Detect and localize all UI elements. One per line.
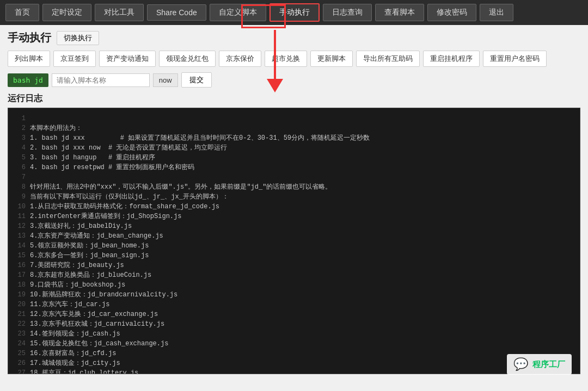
nav-custom[interactable]: 自定义脚本 xyxy=(210,4,266,21)
action-list-scripts[interactable]: 列出脚本 xyxy=(8,51,50,67)
line-number: 6 xyxy=(13,163,26,172)
nav-changepwd[interactable]: 修改密码 xyxy=(427,4,476,21)
nav-logout[interactable]: 退出 xyxy=(480,4,513,21)
title-row: 手动执行 切换执行 xyxy=(8,30,580,45)
line-content: 1. bash jd xxx # 如果设置了随机延迟并且当时时间不在0-2、30… xyxy=(30,133,370,143)
script-name-input[interactable] xyxy=(52,73,150,87)
line-number: 26 xyxy=(13,358,26,368)
log-line: 2718.摇京豆：jd_club_lottery.js xyxy=(13,368,575,374)
log-line: 123.京截送好礼：jd_babelDiy.js xyxy=(13,221,575,231)
log-line: 2516.京喜财富岛：jd_cfd.js xyxy=(13,349,575,358)
run-log-title: 运行日志 xyxy=(8,93,580,104)
log-line: 8针对用法1、用法2中的"xxx"，可以不输入后缀".js"。另外，如果前缀是"… xyxy=(13,182,575,192)
line-number: 19 xyxy=(13,290,26,300)
line-number: 27 xyxy=(13,368,26,374)
line-number: 24 xyxy=(13,339,26,349)
line-content: 12.京东汽车兑换：jd_car_exchange.js xyxy=(30,309,158,319)
line-content: 7.美团研究院：jd_beauty.js xyxy=(30,260,124,270)
action-supermarket[interactable]: 超市兑换 xyxy=(265,51,307,67)
log-line: 9当前有以下脚本可以运行（仅列出以jd_、jr_、jx_开头的脚本）： xyxy=(13,192,575,202)
nav-sharecode[interactable]: Share Code xyxy=(147,4,206,21)
nav-compare[interactable]: 对比工具 xyxy=(95,4,144,21)
switch-button[interactable]: 切换执行 xyxy=(57,31,99,45)
log-line: 134.京东资产变动通知：jd_bean_change.js xyxy=(13,231,575,241)
action-get-hongbao[interactable]: 领现金兑红包 xyxy=(159,51,216,67)
line-content: 18.摇京豆：jd_club_lottery.js xyxy=(30,368,138,374)
line-content: 3. bash jd hangup # 重启挂机程序 xyxy=(30,153,155,163)
nav-bar: 首页 定时设定 对比工具 Share Code 自定义脚本 手动执行 日志查询 … xyxy=(0,0,588,25)
line-content: 1.从日志中获取互助码并格式化：format_share_jd_code.js xyxy=(30,202,219,212)
log-line: 156.京东多合一签到：jd_bean_sign.js xyxy=(13,251,575,260)
page-content: 手动执行 切换执行 列出脚本 京豆签到 资产变动通知 领现金兑红包 京东保价 超… xyxy=(0,25,588,380)
action-update-scripts[interactable]: 更新脚本 xyxy=(310,51,353,67)
line-number: 14 xyxy=(13,241,26,251)
log-line: 31. bash jd xxx # 如果设置了随机延迟并且当时时间不在0-2、3… xyxy=(13,133,575,143)
log-line: 1 xyxy=(13,114,575,123)
line-content: 2.interCenter乘通店铺签到：jd_ShopSign.js xyxy=(30,212,181,221)
line-content: 16.京喜财富岛：jd_cfd.js xyxy=(30,349,116,358)
nav-schedule[interactable]: 定时设定 xyxy=(42,4,91,21)
nav-log[interactable]: 日志查询 xyxy=(323,4,372,21)
action-export-codes[interactable]: 导出所有互助码 xyxy=(356,51,420,67)
line-number: 4 xyxy=(13,143,26,153)
line-number: 17 xyxy=(13,270,26,280)
log-line: 64. bash jd resetpwd # 重置控制面板用户名和密码 xyxy=(13,163,575,172)
log-terminal[interactable]: 12本脚本的用法为：31. bash jd xxx # 如果设置了随机延迟并且当… xyxy=(8,108,580,374)
nav-viewscript[interactable]: 查看脚本 xyxy=(375,4,424,21)
line-content: 13.京东手机狂欢城：jd_carnivalcity.js xyxy=(30,319,164,329)
action-asset-notify[interactable]: 资产变动通知 xyxy=(99,51,156,67)
line-content: 4.京东资产变动通知：jd_bean_change.js xyxy=(30,231,163,241)
page-title: 手动执行 xyxy=(8,30,51,45)
log-line: 2011.京东汽车：jd_car.js xyxy=(13,300,575,309)
line-number: 22 xyxy=(13,319,26,329)
log-line: 2314.签到领现金：jd_cash.js xyxy=(13,329,575,339)
log-line: 2本脚本的用法为： xyxy=(13,123,575,133)
nav-home[interactable]: 首页 xyxy=(5,4,39,21)
log-line: 167.美团研究院：jd_beauty.js xyxy=(13,260,575,270)
line-content: 4. bash jd resetpwd # 重置控制面板用户名和密码 xyxy=(30,163,194,172)
line-content: 本脚本的用法为： xyxy=(30,123,82,133)
line-number: 16 xyxy=(13,260,26,270)
watermark-text: 程序工厂 xyxy=(532,359,565,370)
submit-button[interactable]: 提交 xyxy=(181,72,212,88)
log-line: 1910.新潮品牌狂欢：jd_brandcarnivalcity.js xyxy=(13,290,575,300)
line-number: 21 xyxy=(13,309,26,319)
line-number: 8 xyxy=(13,182,26,192)
line-number: 23 xyxy=(13,329,26,339)
watermark: 💬 程序工厂 xyxy=(507,354,572,375)
log-line: 42. bash jd xxx now # 无论是否设置了随机延迟，均立即运行 xyxy=(13,143,575,153)
now-badge: now xyxy=(153,73,178,87)
line-number: 15 xyxy=(13,251,26,260)
line-number: 13 xyxy=(13,231,26,241)
log-line: 7 xyxy=(13,172,575,182)
line-number: 10 xyxy=(13,202,26,212)
line-content: 2. bash jd xxx now # 无论是否设置了随机延迟，均立即运行 xyxy=(30,143,227,153)
action-jd-signin[interactable]: 京豆签到 xyxy=(53,51,96,67)
action-reset-password[interactable]: 重置用户名密码 xyxy=(483,51,547,67)
log-line: 189.口袋书店：jd_bookshop.js xyxy=(13,280,575,290)
bash-label: bash jd xyxy=(8,73,48,87)
line-content: 9.口袋书店：jd_bookshop.js xyxy=(30,280,125,290)
line-content: 15.领现金兑换红包：jd_cash_exchange.js xyxy=(30,339,168,349)
line-content: 8.京东超市兑换类品：jd_blueCoin.js xyxy=(30,270,151,280)
line-number: 25 xyxy=(13,349,26,358)
nav-manual[interactable]: 手动执行 xyxy=(270,3,320,22)
log-line: 2415.领现金兑换红包：jd_cash_exchange.js xyxy=(13,339,575,349)
line-number: 3 xyxy=(13,133,26,143)
action-restart-hangup[interactable]: 重启挂机程序 xyxy=(423,51,480,67)
line-content: 11.京东汽车：jd_car.js xyxy=(30,300,109,309)
line-content: 针对用法1、用法2中的"xxx"，可以不输入后缀".js"。另外，如果前缀是"j… xyxy=(30,182,332,192)
log-line: 101.从日志中获取互助码并格式化：format_share_jd_code.j… xyxy=(13,202,575,212)
wechat-icon: 💬 xyxy=(513,357,528,371)
line-number: 2 xyxy=(13,123,26,133)
line-content: 10.新潮品牌狂欢：jd_brandcarnivalcity.js xyxy=(30,290,177,300)
line-number: 12 xyxy=(13,221,26,231)
log-line: 2112.京东汽车兑换：jd_car_exchange.js xyxy=(13,309,575,319)
line-number: 5 xyxy=(13,153,26,163)
line-number: 18 xyxy=(13,280,26,290)
line-content: 当前有以下脚本可以运行（仅列出以jd_、jr_、jx_开头的脚本）： xyxy=(30,192,229,202)
action-jd-price[interactable]: 京东保价 xyxy=(219,51,261,67)
line-number: 7 xyxy=(13,172,26,182)
log-line: 2213.京东手机狂欢城：jd_carnivalcity.js xyxy=(13,319,575,329)
line-content: 14.签到领现金：jd_cash.js xyxy=(30,329,120,339)
